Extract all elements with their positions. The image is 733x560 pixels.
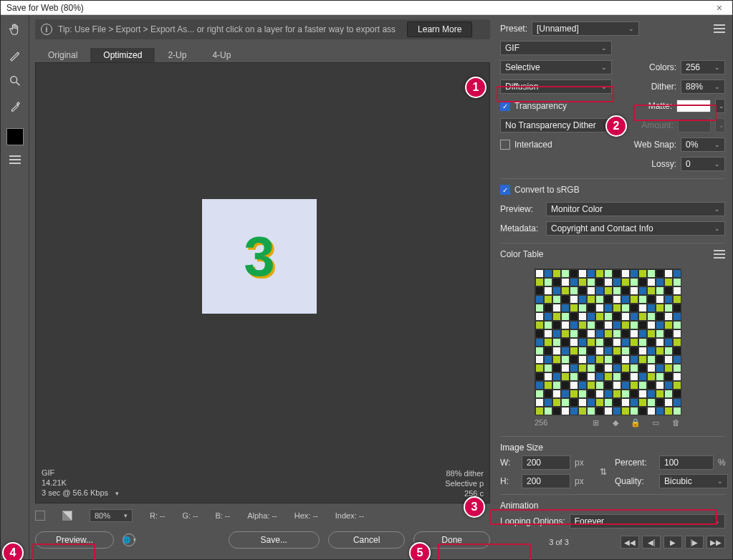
zoom-tool-icon[interactable] — [5, 71, 25, 91]
next-frame-button[interactable]: |▶ — [685, 536, 704, 549]
preset-select[interactable]: [Unnamed]⌄ — [532, 21, 639, 36]
lossy-select[interactable]: 0⌄ — [681, 157, 725, 171]
quality-select[interactable]: Bicubic⌄ — [659, 474, 728, 488]
artboard: 3 — [202, 199, 317, 314]
shift-color-icon[interactable]: ◆ — [610, 417, 621, 428]
readout-g: G: -- — [182, 511, 198, 520]
amount-dropdown: ⌄ — [715, 118, 725, 132]
height-label: H: — [500, 476, 517, 486]
info-icon: i — [41, 24, 52, 35]
srgb-checkbox[interactable]: ✓ — [500, 185, 510, 195]
slice-tool-icon[interactable] — [5, 45, 25, 65]
close-icon[interactable]: × — [712, 2, 727, 14]
lossy-label: Lossy: — [651, 159, 676, 169]
imagesize-label: Image Size — [500, 443, 725, 453]
tab-original[interactable]: Original — [35, 48, 90, 62]
colortable-label: Color Table — [500, 249, 543, 259]
srgb-label: Convert to sRGB — [514, 185, 580, 195]
titlebar: Save for Web (80%) × — [1, 1, 732, 15]
quality-label: Quality: — [615, 476, 655, 486]
width-field[interactable]: 200 — [522, 455, 570, 470]
artwork-digit: 3 — [244, 224, 274, 289]
annotation-marker-2: 2 — [605, 115, 627, 137]
websnap-select[interactable]: 0%⌄ — [681, 137, 725, 152]
delete-color-icon[interactable]: 🗑 — [671, 417, 681, 428]
colortable-menu-icon[interactable] — [714, 250, 725, 259]
cancel-button[interactable]: Cancel — [328, 531, 405, 549]
amount-label: Amount: — [641, 120, 674, 130]
panel-menu-icon[interactable] — [714, 24, 725, 33]
prev-frame-button[interactable]: ◀| — [642, 536, 661, 549]
colors-label: Colors: — [649, 62, 676, 72]
reduction-select[interactable]: Selective⌄ — [500, 60, 612, 74]
learn-more-button[interactable]: Learn More — [407, 21, 472, 37]
slice-overlay-toggle[interactable] — [62, 511, 72, 521]
preview-info-left: GIF 14.21K 3 sec @ 56.6 Kbps ▾ — [42, 468, 119, 498]
annotation-marker-1: 1 — [465, 77, 487, 98]
tool-strip — [1, 15, 29, 559]
dither-method-select[interactable]: Diffusion⌄ — [500, 79, 612, 94]
readout-alpha: Alpha: -- — [247, 511, 277, 520]
snap-to-web-icon[interactable]: ⊞ — [590, 417, 600, 428]
browser-preview-icon[interactable]: 🌐▾ — [123, 534, 135, 546]
percent-field[interactable]: 100 — [659, 455, 714, 470]
hand-tool-icon[interactable] — [5, 19, 25, 39]
tab-2up[interactable]: 2-Up — [155, 48, 199, 62]
colors-select[interactable]: 256⌄ — [681, 60, 725, 74]
transparency-label: Transparency — [514, 101, 567, 111]
transparency-checkbox[interactable]: ✓ — [500, 101, 510, 111]
zoom-status-bar: 80%▾ R: -- G: -- B: -- Alpha: -- Hex: --… — [35, 508, 490, 523]
window-title: Save for Web (80%) — [6, 3, 84, 13]
height-unit: px — [575, 476, 592, 486]
readout-r: R: -- — [150, 511, 165, 520]
link-dimensions-icon[interactable]: ⇅ — [596, 467, 610, 477]
tool-menu-icon[interactable] — [9, 155, 21, 164]
annotation-marker-5: 5 — [409, 542, 431, 560]
slice-visibility-toggle[interactable] — [35, 511, 45, 521]
preview-profile-select[interactable]: Monitor Color⌄ — [546, 202, 725, 216]
matte-dropdown[interactable]: ⌄ — [715, 99, 725, 113]
animation-label: Animation — [500, 501, 725, 511]
dither-amount-select[interactable]: 88%⌄ — [681, 79, 725, 94]
svg-line-1 — [16, 82, 19, 86]
width-unit: px — [575, 458, 592, 468]
tab-optimized[interactable]: Optimized — [90, 48, 155, 62]
view-tabs: Original Optimized 2-Up 4-Up — [35, 47, 490, 62]
format-select[interactable]: GIF⌄ — [500, 41, 612, 55]
looping-label: Looping Options: — [500, 516, 565, 526]
zoom-select[interactable]: 80%▾ — [90, 509, 133, 522]
height-field[interactable]: 200 — [522, 474, 570, 488]
last-frame-button[interactable]: ▶▶ — [706, 536, 725, 549]
matte-label: Matte: — [648, 101, 672, 111]
transparency-dither-select[interactable]: No Transparency Dither⌄ — [500, 118, 622, 132]
first-frame-button[interactable]: ◀◀ — [621, 536, 639, 549]
save-button[interactable]: Save... — [229, 531, 320, 549]
metadata-select[interactable]: Copyright and Contact Info⌄ — [546, 221, 725, 236]
lock-color-icon[interactable]: 🔒 — [631, 417, 641, 428]
percent-unit: % — [718, 458, 728, 468]
matte-swatch[interactable] — [676, 100, 711, 112]
amount-field — [678, 118, 711, 132]
preview-area[interactable]: 3 GIF 14.21K 3 sec @ 56.6 Kbps ▾ 88% dit… — [35, 62, 490, 503]
settings-panel: Preset: [Unnamed]⌄ GIF⌄ Selective⌄ Color… — [496, 15, 732, 559]
dither-label: Dither: — [651, 82, 676, 92]
new-color-icon[interactable]: ▭ — [651, 417, 661, 428]
tab-4up[interactable]: 4-Up — [199, 48, 244, 62]
interlaced-label: Interlaced — [514, 140, 552, 150]
readout-hex: Hex: -- — [294, 511, 318, 520]
foreground-swatch[interactable] — [6, 128, 24, 145]
websnap-label: Web Snap: — [634, 140, 676, 150]
color-table-toolbar: 256 ⊞ ◆ 🔒 ▭ 🗑 — [535, 417, 681, 428]
svg-point-0 — [10, 77, 16, 83]
preset-label: Preset: — [500, 24, 527, 34]
play-button[interactable]: ▶ — [663, 536, 682, 549]
colortable-count: 256 — [535, 418, 547, 427]
eyedropper-tool-icon[interactable] — [5, 97, 25, 117]
color-table-grid[interactable] — [535, 269, 681, 415]
preview-button[interactable]: Preview... — [35, 531, 114, 549]
looping-select[interactable]: Forever⌄ — [570, 514, 725, 528]
preview-info-right: 88% dither Selective p 256 c — [445, 468, 484, 498]
interlaced-checkbox[interactable] — [500, 140, 510, 150]
annotation-marker-4: 4 — [2, 542, 24, 560]
width-label: W: — [500, 458, 517, 468]
